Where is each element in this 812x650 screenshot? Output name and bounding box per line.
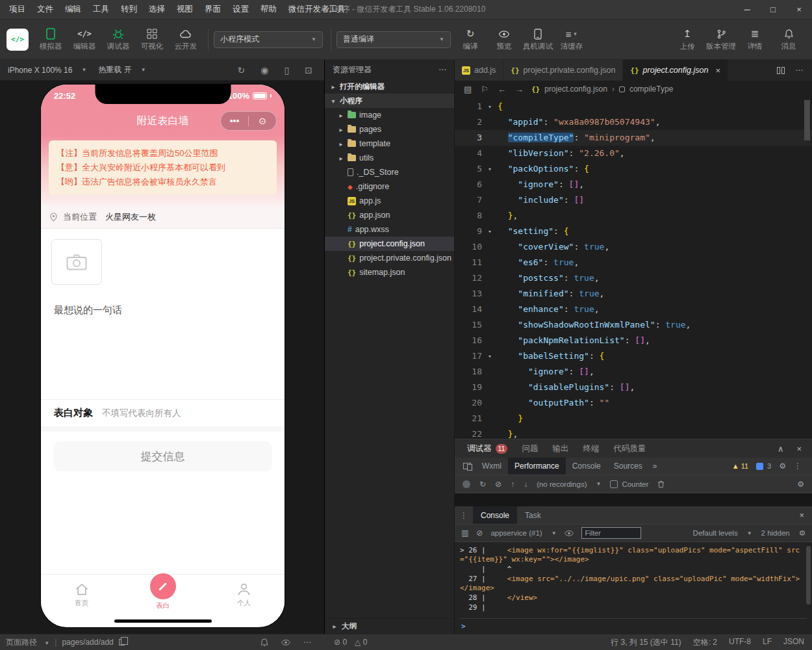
code-line[interactable]: 22 }, [455, 426, 812, 439]
submit-button[interactable]: 提交信息 [53, 441, 272, 471]
code-line[interactable]: 15 "showShadowRootInWxmlPanel": true, [455, 317, 812, 333]
code-line[interactable]: 10 "coverView": true, [455, 239, 812, 255]
forward-arrow-icon[interactable]: → [515, 84, 524, 94]
close-panel-icon[interactable]: × [796, 444, 802, 454]
compile-button[interactable]: ↻ 编译 [453, 25, 487, 54]
console-row[interactable]: > 26 | <image wx:for="{{imglist}}" class… [460, 546, 807, 564]
tab-overflow-icon[interactable]: » [649, 462, 661, 471]
code-line[interactable]: 1▾{ [455, 99, 812, 114]
version-control-button[interactable]: 版本管理 [704, 25, 738, 54]
outline-list-icon[interactable]: ▤ [464, 84, 472, 94]
tree-item[interactable]: {}app.json [325, 208, 454, 222]
console-scrollbar[interactable] [806, 546, 811, 604]
gear-icon[interactable]: ⚙ [799, 528, 806, 538]
tree-item[interactable]: ▸template [325, 136, 454, 151]
device-select[interactable]: iPhone X 100% 16 ▼ [8, 66, 86, 75]
menu-item[interactable]: 视图 [171, 2, 198, 17]
kebab-menu-icon[interactable]: ⋮ [455, 511, 473, 520]
console-row[interactable]: | ^ [460, 565, 807, 574]
breadcrumb-file[interactable]: project.config.json [544, 84, 607, 94]
collapse-panel-icon[interactable]: ∧ [778, 444, 784, 454]
fold-icon[interactable]: ▾ [482, 224, 498, 239]
screenshot-icon[interactable]: ⊡ [305, 65, 312, 75]
console-tab[interactable]: Console [473, 506, 517, 524]
devtools-tab-console[interactable]: Console [566, 458, 607, 474]
menu-item[interactable]: 编辑 [60, 2, 86, 17]
clear-icon[interactable]: ⊘ [495, 480, 501, 489]
tree-item[interactable]: JSapp.js [325, 194, 454, 208]
gear-icon[interactable]: ⚙ [779, 462, 786, 471]
breadcrumb-symbol[interactable]: compileType [629, 84, 673, 94]
tree-item[interactable]: ◆.gitignore [325, 179, 454, 194]
kebab-menu-icon[interactable]: ⋮ [794, 462, 802, 471]
code-line[interactable]: 8 }, [455, 208, 812, 224]
split-editor-icon[interactable] [777, 67, 785, 74]
menu-item[interactable]: 项目 [4, 2, 31, 17]
bookmark-icon[interactable]: ⚐ [481, 84, 488, 94]
code-line[interactable]: 20 "outputPath": "" [455, 395, 812, 411]
tree-item[interactable]: ._DS_Store [325, 165, 454, 179]
inspect-device-icon[interactable] [459, 463, 476, 469]
more-icon[interactable]: ⋯ [303, 638, 311, 647]
editor-scrollbar[interactable] [804, 100, 810, 140]
execution-context-select[interactable]: appservice (#1) ▼ [490, 529, 556, 537]
debugger-button[interactable]: 调试器 [101, 25, 135, 54]
fold-icon[interactable]: ▾ [482, 348, 498, 364]
console-sidebar-icon[interactable]: ▥ [461, 528, 468, 538]
more-icon[interactable]: ⋯ [438, 65, 446, 74]
encoding[interactable]: UTF-8 [729, 637, 751, 648]
task-tab[interactable]: Task [517, 506, 549, 524]
code-line[interactable]: 3 "compileType": "miniprogram", [455, 130, 812, 146]
menu-item[interactable]: 设置 [227, 2, 254, 17]
clear-cache-button[interactable]: ≡ ▼ 清缓存 [555, 25, 589, 54]
code-line[interactable]: 18 "ignore": [], [455, 364, 812, 380]
panel-tab-debugger[interactable]: 调试器 11 [460, 439, 514, 458]
recordings-select[interactable]: (no recordings) ▼ [537, 480, 601, 488]
problems-indicator[interactable]: ⊘ 0 △ 0 [325, 638, 376, 647]
code-line[interactable]: 17▾ "babelSetting": { [455, 348, 812, 364]
menu-item[interactable]: 界面 [199, 2, 226, 17]
device-frame-icon[interactable]: ▯ [285, 65, 290, 75]
console-row[interactable]: 27 | <image src="../../image/upic.png" c… [460, 575, 807, 593]
add-photo-button[interactable] [51, 239, 102, 285]
code-line[interactable]: 21 } [455, 411, 812, 426]
message-input[interactable]: 最想说的一句话 [41, 290, 285, 399]
code-line[interactable]: 19 "disablePlugins": [], [455, 380, 812, 395]
outline-section[interactable]: ▸ 大纲 [325, 618, 454, 634]
hot-reload-select[interactable]: 热重载 开 ▼ [98, 64, 146, 75]
close-button[interactable]: × [786, 0, 812, 19]
record-icon[interactable]: ◉ [260, 65, 268, 75]
gear-icon[interactable]: ⚙ [797, 480, 804, 489]
trash-icon[interactable] [657, 480, 665, 488]
code-line[interactable]: 5▾ "packOptions": { [455, 161, 812, 177]
tab-profile[interactable]: 个人 [203, 575, 285, 614]
copy-icon[interactable] [119, 639, 125, 645]
cursor-position[interactable]: 行 3, 列 15 (选中 11) [611, 637, 681, 648]
page-path-value[interactable]: pages/add/add [62, 638, 113, 647]
eye-icon[interactable] [565, 530, 574, 536]
issues-indicator[interactable]: 3 [756, 462, 771, 470]
eye-icon[interactable] [281, 640, 290, 645]
menu-item[interactable]: 选择 [144, 2, 170, 17]
console-prompt[interactable]: > [460, 618, 807, 634]
editor-tab[interactable]: JS add.js [455, 60, 503, 81]
panel-tab-output[interactable]: 输出 [545, 439, 576, 458]
close-tab-icon[interactable]: × [715, 66, 720, 75]
explorer-section-header[interactable]: ▾小程序 [325, 94, 454, 108]
panel-tab-code-quality[interactable]: 代码质量 [606, 439, 653, 458]
code-line[interactable]: 7 "include": [] [455, 192, 812, 208]
code-line[interactable]: 16 "packNpmRelationList": [], [455, 333, 812, 348]
warnings-indicator[interactable]: ▲ 11 [732, 462, 748, 470]
tab-confess[interactable]: 表白 [122, 575, 203, 614]
code-line[interactable]: 12 "postcss": true, [455, 270, 812, 286]
close-capsule-icon[interactable]: ⊙ [249, 116, 276, 125]
console-filter-input[interactable] [581, 527, 641, 539]
tree-item[interactable]: {}sitemap.json [325, 265, 454, 280]
minimize-button[interactable]: ─ [734, 0, 760, 19]
devtools-tab-performance[interactable]: Performance [508, 458, 566, 474]
more-icon[interactable]: ⋯ [795, 66, 803, 75]
code-editor[interactable]: 1▾{2 "appid": "wxa8a0987b05074943",3 "co… [455, 98, 812, 439]
details-button[interactable]: ≣ 详情 [738, 25, 772, 54]
code-line[interactable]: 6 "ignore": [], [455, 177, 812, 192]
target-input[interactable]: 不填写代表向所有人 [102, 408, 181, 419]
